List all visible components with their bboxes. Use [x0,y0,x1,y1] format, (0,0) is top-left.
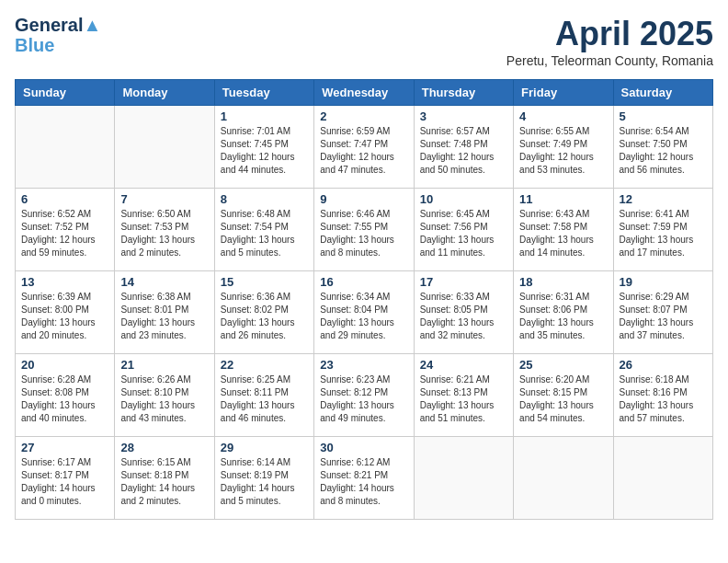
logo: General▲ Blue [15,15,101,55]
day-info: Sunrise: 6:14 AM Sunset: 8:19 PM Dayligh… [221,456,308,508]
day-info: Sunrise: 6:55 AM Sunset: 7:49 PM Dayligh… [519,125,607,177]
calendar-cell: 14Sunrise: 6:38 AM Sunset: 8:01 PM Dayli… [115,271,214,354]
calendar-cell: 26Sunrise: 6:18 AM Sunset: 8:16 PM Dayli… [613,354,712,437]
weekday-header-wednesday: Wednesday [314,80,414,106]
calendar-cell: 4Sunrise: 6:55 AM Sunset: 7:49 PM Daylig… [514,106,613,189]
weekday-header-row: SundayMondayTuesdayWednesdayThursdayFrid… [16,80,713,106]
day-number: 29 [221,441,308,454]
title-block: April 2025 Peretu, Teleorman County, Rom… [506,15,713,68]
day-number: 4 [519,109,607,123]
day-info: Sunrise: 6:48 AM Sunset: 7:54 PM Dayligh… [221,208,308,259]
day-number: 9 [320,192,407,206]
day-number: 7 [120,192,208,206]
calendar-cell [514,437,613,520]
calendar-table: SundayMondayTuesdayWednesdayThursdayFrid… [15,79,713,520]
day-number: 23 [320,358,407,372]
calendar-cell: 19Sunrise: 6:29 AM Sunset: 8:07 PM Dayli… [613,271,712,354]
calendar-cell: 9Sunrise: 6:46 AM Sunset: 7:55 PM Daylig… [314,189,414,271]
day-info: Sunrise: 6:38 AM Sunset: 8:01 PM Dayligh… [120,291,208,342]
day-number: 5 [620,109,707,123]
calendar-cell: 5Sunrise: 6:54 AM Sunset: 7:50 PM Daylig… [613,106,712,189]
calendar-week-5: 27Sunrise: 6:17 AM Sunset: 8:17 PM Dayli… [16,437,713,520]
calendar-cell: 13Sunrise: 6:39 AM Sunset: 8:00 PM Dayli… [16,271,115,354]
location: Peretu, Teleorman County, Romania [506,53,713,68]
day-number: 28 [120,441,208,454]
calendar-cell: 11Sunrise: 6:43 AM Sunset: 7:58 PM Dayli… [514,189,613,271]
day-info: Sunrise: 6:31 AM Sunset: 8:06 PM Dayligh… [519,291,607,342]
day-number: 16 [320,275,407,289]
page-header: General▲ Blue April 2025 Peretu, Teleorm… [15,15,713,68]
day-number: 26 [620,358,707,372]
calendar-week-4: 20Sunrise: 6:28 AM Sunset: 8:08 PM Dayli… [16,354,713,437]
day-info: Sunrise: 6:54 AM Sunset: 7:50 PM Dayligh… [620,125,707,177]
day-info: Sunrise: 7:01 AM Sunset: 7:45 PM Dayligh… [221,125,308,177]
day-info: Sunrise: 6:25 AM Sunset: 8:11 PM Dayligh… [221,373,308,425]
day-info: Sunrise: 6:23 AM Sunset: 8:12 PM Dayligh… [320,373,407,425]
day-info: Sunrise: 6:33 AM Sunset: 8:05 PM Dayligh… [420,291,507,342]
calendar-cell: 29Sunrise: 6:14 AM Sunset: 8:19 PM Dayli… [214,437,313,520]
day-info: Sunrise: 6:12 AM Sunset: 8:21 PM Dayligh… [320,456,407,508]
calendar-cell: 28Sunrise: 6:15 AM Sunset: 8:18 PM Dayli… [115,437,214,520]
day-info: Sunrise: 6:50 AM Sunset: 7:53 PM Dayligh… [120,208,208,259]
day-info: Sunrise: 6:59 AM Sunset: 7:47 PM Dayligh… [320,125,407,177]
calendar-cell [115,106,214,189]
calendar-week-3: 13Sunrise: 6:39 AM Sunset: 8:00 PM Dayli… [16,271,713,354]
calendar-cell: 8Sunrise: 6:48 AM Sunset: 7:54 PM Daylig… [214,189,313,271]
day-info: Sunrise: 6:29 AM Sunset: 8:07 PM Dayligh… [620,291,707,342]
weekday-header-thursday: Thursday [414,80,513,106]
day-info: Sunrise: 6:28 AM Sunset: 8:08 PM Dayligh… [21,373,108,425]
calendar-cell [613,437,712,520]
day-info: Sunrise: 6:15 AM Sunset: 8:18 PM Dayligh… [120,456,208,508]
calendar-cell [414,437,513,520]
day-number: 25 [519,358,607,372]
calendar-cell: 23Sunrise: 6:23 AM Sunset: 8:12 PM Dayli… [314,354,414,437]
calendar-cell: 21Sunrise: 6:26 AM Sunset: 8:10 PM Dayli… [115,354,214,437]
calendar-cell: 2Sunrise: 6:59 AM Sunset: 7:47 PM Daylig… [314,106,414,189]
calendar-cell: 25Sunrise: 6:20 AM Sunset: 8:15 PM Dayli… [514,354,613,437]
day-number: 10 [420,192,507,206]
calendar-cell: 3Sunrise: 6:57 AM Sunset: 7:48 PM Daylig… [414,106,513,189]
calendar-cell: 24Sunrise: 6:21 AM Sunset: 8:13 PM Dayli… [414,354,513,437]
day-number: 19 [620,275,707,289]
weekday-header-monday: Monday [115,80,214,106]
day-info: Sunrise: 6:46 AM Sunset: 7:55 PM Dayligh… [320,208,407,259]
day-number: 8 [221,192,308,206]
weekday-header-tuesday: Tuesday [214,80,313,106]
logo-blue: Blue [15,35,101,55]
day-info: Sunrise: 6:45 AM Sunset: 7:56 PM Dayligh… [420,208,507,259]
day-info: Sunrise: 6:52 AM Sunset: 7:52 PM Dayligh… [21,208,108,259]
day-info: Sunrise: 6:41 AM Sunset: 7:59 PM Dayligh… [620,208,707,259]
calendar-cell [16,106,115,189]
day-number: 14 [120,275,208,289]
weekday-header-sunday: Sunday [16,80,115,106]
calendar-cell: 10Sunrise: 6:45 AM Sunset: 7:56 PM Dayli… [414,189,513,271]
calendar-cell: 12Sunrise: 6:41 AM Sunset: 7:59 PM Dayli… [613,189,712,271]
day-number: 2 [320,109,407,123]
calendar-week-2: 6Sunrise: 6:52 AM Sunset: 7:52 PM Daylig… [16,189,713,271]
calendar-cell: 15Sunrise: 6:36 AM Sunset: 8:02 PM Dayli… [214,271,313,354]
day-number: 12 [620,192,707,206]
calendar-cell: 22Sunrise: 6:25 AM Sunset: 8:11 PM Dayli… [214,354,313,437]
day-number: 21 [120,358,208,372]
day-number: 22 [221,358,308,372]
calendar-cell: 7Sunrise: 6:50 AM Sunset: 7:53 PM Daylig… [115,189,214,271]
day-number: 30 [320,441,407,454]
calendar-cell: 18Sunrise: 6:31 AM Sunset: 8:06 PM Dayli… [514,271,613,354]
day-number: 3 [420,109,507,123]
calendar-cell: 27Sunrise: 6:17 AM Sunset: 8:17 PM Dayli… [16,437,115,520]
day-number: 1 [221,109,308,123]
calendar-cell: 1Sunrise: 7:01 AM Sunset: 7:45 PM Daylig… [214,106,313,189]
day-number: 11 [519,192,607,206]
day-number: 27 [21,441,108,454]
day-info: Sunrise: 6:20 AM Sunset: 8:15 PM Dayligh… [519,373,607,425]
calendar-week-1: 1Sunrise: 7:01 AM Sunset: 7:45 PM Daylig… [16,106,713,189]
day-info: Sunrise: 6:34 AM Sunset: 8:04 PM Dayligh… [320,291,407,342]
month-year: April 2025 [506,15,713,53]
logo-text: General▲ [15,15,101,35]
day-info: Sunrise: 6:39 AM Sunset: 8:00 PM Dayligh… [21,291,108,342]
calendar-cell: 20Sunrise: 6:28 AM Sunset: 8:08 PM Dayli… [16,354,115,437]
day-number: 13 [21,275,108,289]
day-info: Sunrise: 6:26 AM Sunset: 8:10 PM Dayligh… [120,373,208,425]
weekday-header-friday: Friday [514,80,613,106]
day-number: 17 [420,275,507,289]
